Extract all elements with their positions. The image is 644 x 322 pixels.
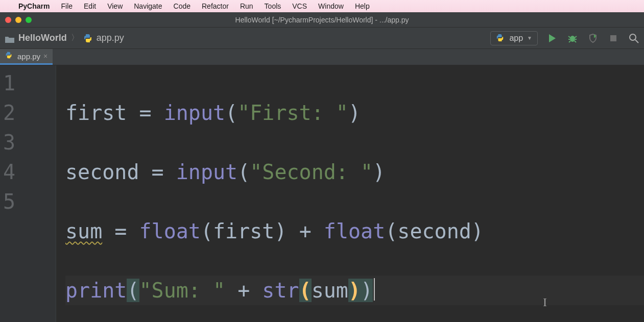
- code-line: first = input("First: "): [65, 98, 644, 128]
- dropdown-triangle-icon: ▼: [527, 35, 532, 41]
- window-maximize-button[interactable]: [26, 17, 32, 23]
- menu-file[interactable]: File: [61, 2, 73, 10]
- breadcrumb: HelloWorld 〉 app.py: [5, 33, 124, 43]
- python-file-icon: [5, 52, 14, 61]
- svg-point-8: [630, 34, 636, 40]
- svg-line-2: [575, 36, 577, 38]
- code-line: print("Sum: " + str(sum)): [65, 276, 644, 305]
- menu-app-name[interactable]: PyCharm: [18, 2, 50, 10]
- window-minimize-button[interactable]: [15, 17, 21, 23]
- editor-tab-label: app.py: [17, 52, 40, 61]
- line-number[interactable]: 3: [3, 128, 56, 157]
- traffic-lights: [0, 17, 32, 23]
- svg-line-5: [569, 41, 570, 42]
- menu-view[interactable]: View: [107, 2, 123, 10]
- line-number[interactable]: 1: [3, 68, 56, 98]
- editor: 1 2 3 4 5 first = input("First: ") secon…: [0, 65, 644, 322]
- chevron-right-icon: 〉: [71, 33, 79, 43]
- coverage-button[interactable]: [587, 32, 599, 44]
- menu-window[interactable]: Window: [318, 2, 344, 10]
- search-icon[interactable]: [628, 32, 640, 44]
- line-number[interactable]: 2: [3, 98, 56, 128]
- breadcrumb-project[interactable]: HelloWorld: [18, 33, 67, 43]
- caret-icon: [374, 278, 375, 301]
- code-line: second = input("Second: "): [65, 157, 644, 187]
- run-config-selector[interactable]: app ▼: [490, 31, 538, 45]
- code-line: sum = float(first) + float(second): [65, 216, 644, 246]
- debug-button[interactable]: [566, 32, 579, 44]
- menu-edit[interactable]: Edit: [84, 2, 96, 10]
- toolbar: HelloWorld 〉 app.py app ▼: [0, 28, 644, 49]
- menu-tools[interactable]: Tools: [265, 2, 281, 10]
- line-number[interactable]: 4: [3, 157, 56, 187]
- editor-tab-app[interactable]: app.py ×: [0, 49, 53, 65]
- window-titlebar: HelloWorld [~/PycharmProjects/HelloWorld…: [0, 12, 644, 28]
- menu-run[interactable]: Run: [240, 2, 253, 10]
- run-button[interactable]: [546, 32, 558, 44]
- close-tab-icon[interactable]: ×: [43, 52, 47, 60]
- mac-menubar: PyCharm File Edit View Navigate Code Ref…: [0, 0, 644, 12]
- menu-navigate[interactable]: Navigate: [134, 2, 162, 10]
- toolbar-right: app ▼: [490, 31, 640, 45]
- text-cursor-icon: I: [543, 287, 547, 317]
- menu-vcs[interactable]: VCS: [292, 2, 307, 10]
- breadcrumb-file[interactable]: app.py: [97, 33, 124, 43]
- svg-line-6: [575, 41, 576, 42]
- menu-refactor[interactable]: Refactor: [202, 2, 229, 10]
- run-config-label: app: [509, 34, 523, 43]
- gutter: 1 2 3 4 5: [0, 65, 56, 322]
- python-file-icon: [83, 34, 92, 43]
- stop-button[interactable]: [607, 32, 619, 44]
- menu-code[interactable]: Code: [174, 2, 190, 10]
- line-number[interactable]: 5: [3, 187, 56, 216]
- menu-help[interactable]: Help: [355, 2, 370, 10]
- svg-line-9: [635, 40, 638, 43]
- code-area[interactable]: first = input("First: ") second = input(…: [56, 65, 644, 322]
- python-icon: [496, 34, 505, 43]
- folder-icon: [5, 35, 14, 42]
- editor-tabs: app.py ×: [0, 49, 644, 65]
- svg-point-0: [570, 36, 575, 42]
- svg-line-1: [568, 36, 570, 38]
- window-title: HelloWorld [~/PycharmProjects/HelloWorld…: [0, 16, 644, 24]
- svg-rect-7: [610, 35, 616, 41]
- window-close-button[interactable]: [5, 17, 11, 23]
